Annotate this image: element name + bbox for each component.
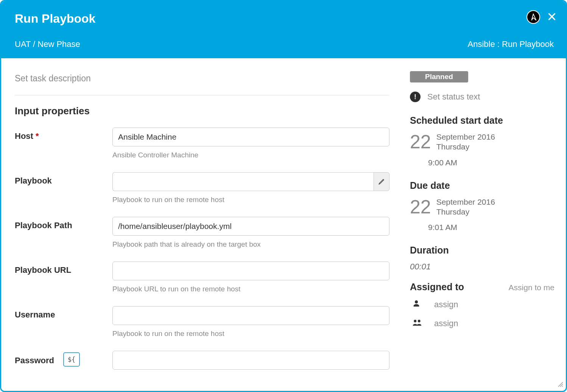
username-help: Playbook to run on the remote host <box>112 330 389 338</box>
modal-body: Input properties Host * Ansible Controll… <box>1 58 566 391</box>
modal-title: Run Playbook <box>15 12 552 26</box>
due-date-heading: Due date <box>410 180 555 191</box>
assign-to-me-link[interactable]: Assign to me <box>509 283 555 292</box>
pencil-icon <box>378 178 385 185</box>
due-date-block[interactable]: 22 September 2016 Thursday <box>410 197 555 217</box>
field-playbook-path: Playbook Path Playbook path that is alre… <box>15 217 389 249</box>
assigned-to-heading: Assigned to <box>410 282 464 292</box>
playbook-url-label: Playbook URL <box>15 261 112 275</box>
status-badge: Planned <box>410 71 468 82</box>
playbook-path-help: Playbook path that is already on the tar… <box>112 240 389 249</box>
resize-grip-icon[interactable] <box>558 381 564 389</box>
field-host: Host * Ansible Controller Machine <box>15 128 389 159</box>
assign-team-text: assign <box>434 319 458 328</box>
field-username: Username Playbook to run on the remote h… <box>15 306 389 338</box>
modal-header: Run Playbook UAT / New Phase Ansible : R… <box>1 1 566 58</box>
team-icon <box>412 318 423 329</box>
task-description-input[interactable] <box>15 71 389 95</box>
username-label: Username <box>15 306 112 320</box>
header-actions <box>526 10 557 24</box>
svg-point-1 <box>418 320 421 322</box>
playbook-edit-button[interactable] <box>374 172 389 191</box>
playbook-path-label: Playbook Path <box>15 217 112 230</box>
run-playbook-modal: Run Playbook UAT / New Phase Ansible : R… <box>0 0 567 392</box>
duration-value: 00:01 <box>410 262 555 272</box>
main-panel: Input properties Host * Ansible Controll… <box>1 58 403 391</box>
field-playbook-url: Playbook URL Playbook URL to run on the … <box>15 261 389 293</box>
task-type-label: Ansible : Run Playbook <box>468 39 554 49</box>
due-date-text: September 2016 Thursday <box>436 197 495 217</box>
scheduled-time: 9:00 AM <box>428 158 555 167</box>
field-playbook: Playbook Playbook to run on the remote h… <box>15 172 389 204</box>
ansible-logo-icon <box>526 10 540 24</box>
input-properties-heading: Input properties <box>15 105 389 117</box>
host-label: Host * <box>15 128 112 141</box>
playbook-help: Playbook to run on the remote host <box>112 196 389 204</box>
password-input[interactable] <box>112 351 389 370</box>
playbook-label: Playbook <box>15 172 112 186</box>
password-label: Password <box>15 353 54 366</box>
sidebar-panel: Planned ! Set status text Scheduled star… <box>403 58 566 391</box>
svg-point-0 <box>414 320 416 322</box>
variable-button[interactable]: ${ <box>63 352 80 367</box>
due-time: 9:01 AM <box>428 223 555 232</box>
scheduled-day: 22 <box>410 132 431 151</box>
status-text-placeholder: Set status text <box>427 92 480 102</box>
field-password: Password ${ <box>15 351 389 370</box>
assign-person-row[interactable]: assign <box>410 299 555 310</box>
host-help: Ansible Controller Machine <box>112 151 389 159</box>
scheduled-date-block[interactable]: 22 September 2016 Thursday <box>410 132 555 152</box>
scheduled-start-heading: Scheduled start date <box>410 115 555 126</box>
assign-team-row[interactable]: assign <box>410 318 555 329</box>
playbook-url-input[interactable] <box>112 261 389 280</box>
close-button[interactable] <box>547 11 557 23</box>
username-input[interactable] <box>112 306 389 325</box>
status-text-row[interactable]: ! Set status text <box>410 92 555 102</box>
host-input[interactable] <box>112 128 389 146</box>
assign-person-text: assign <box>434 300 458 310</box>
playbook-url-help: Playbook URL to run on the remote host <box>112 285 389 293</box>
playbook-path-input[interactable] <box>112 217 389 236</box>
duration-heading: Duration <box>410 245 555 256</box>
playbook-input[interactable] <box>112 172 374 191</box>
person-icon <box>412 299 423 310</box>
alert-icon: ! <box>410 92 421 102</box>
due-day: 22 <box>410 198 431 216</box>
required-mark: * <box>36 131 39 141</box>
scheduled-date-text: September 2016 Thursday <box>436 132 495 152</box>
